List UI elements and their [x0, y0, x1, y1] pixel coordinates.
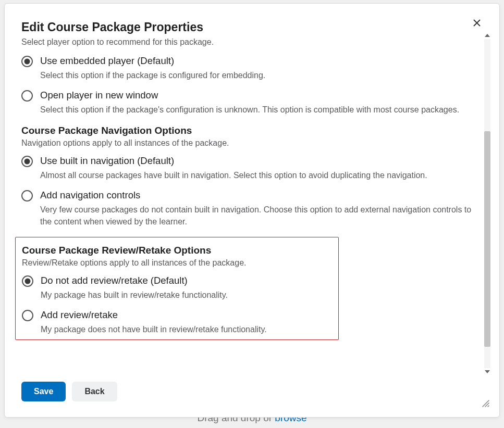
close-icon[interactable] [471, 17, 483, 29]
radio-no-review-retake[interactable] [22, 275, 33, 287]
option-desc: Select this option if the package is con… [40, 69, 473, 81]
option-built-in-navigation[interactable]: Use built in navigation (Default) Almost… [21, 154, 473, 181]
scroll-down-icon[interactable] [485, 370, 490, 373]
vertical-scrollbar[interactable] [483, 34, 492, 373]
option-label: Use embedded player (Default) [40, 54, 473, 68]
option-add-navigation[interactable]: Add navigation controls Very few course … [21, 188, 473, 228]
back-button[interactable]: Back [72, 382, 117, 401]
dialog-title: Edit Course Package Properties [21, 20, 473, 34]
dialog-content: Edit Course Package Properties Select pl… [12, 11, 483, 377]
save-button[interactable]: Save [21, 382, 66, 401]
radio-new-window[interactable] [21, 90, 33, 102]
option-label: Open player in new window [40, 89, 473, 103]
navigation-options-section: Course Package Navigation Options Naviga… [21, 125, 473, 228]
player-options-section: Use embedded player (Default) Select thi… [21, 54, 473, 116]
dialog-subtitle: Select player option to recommend for th… [21, 37, 473, 47]
section-heading-review: Course Package Review/Retake Options [22, 245, 332, 256]
radio-built-in-navigation[interactable] [21, 156, 33, 167]
option-label: Add review/retake [41, 308, 332, 322]
radio-add-review-retake[interactable] [22, 310, 33, 321]
option-add-review-retake[interactable]: Add review/retake My package does not ha… [22, 308, 332, 335]
section-heading-navigation: Course Package Navigation Options [21, 125, 473, 136]
option-desc: My package has built in review/retake fu… [41, 289, 332, 301]
option-label: Use built in navigation (Default) [40, 154, 473, 168]
section-subheading-review: Review/Retake options apply to all insta… [22, 258, 332, 268]
radio-add-navigation[interactable] [21, 190, 33, 202]
option-new-window[interactable]: Open player in new window Select this op… [21, 89, 473, 116]
option-desc: Very few course packages do not contain … [40, 204, 473, 228]
option-embedded-player[interactable]: Use embedded player (Default) Select thi… [21, 54, 473, 81]
radio-embedded-player[interactable] [21, 56, 33, 67]
section-subheading-navigation: Navigation options apply to all instance… [21, 139, 473, 148]
option-desc: Select this option if the package's conf… [40, 104, 473, 116]
scroll-track[interactable] [484, 39, 490, 368]
option-label: Do not add review/retake (Default) [41, 274, 332, 288]
dialog-footer: Save Back [12, 377, 492, 410]
scroll-thumb[interactable] [484, 131, 490, 347]
scroll-up-icon[interactable] [485, 34, 490, 37]
option-desc: Almost all course packages have built in… [40, 169, 473, 181]
resize-handle-icon[interactable] [481, 398, 490, 408]
option-no-review-retake[interactable]: Do not add review/retake (Default) My pa… [22, 274, 332, 301]
option-label: Add navigation controls [40, 188, 473, 203]
option-desc: My package does not have built in review… [41, 323, 332, 335]
review-retake-highlight: Course Package Review/Retake Options Rev… [15, 237, 339, 340]
modal-dialog: Edit Course Package Properties Select pl… [4, 3, 500, 418]
